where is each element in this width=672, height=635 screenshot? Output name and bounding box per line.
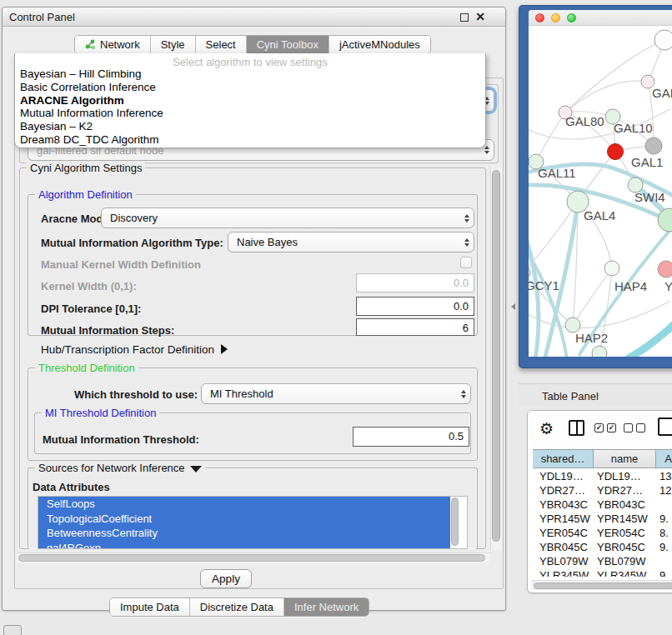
collapsed-panel-button[interactable] [3, 625, 22, 635]
cell-value: 12 [656, 483, 672, 498]
algorithm-option[interactable]: Dream8 DC_TDC Algorithm [15, 133, 485, 147]
node-label-gal80: GAL80 [565, 114, 604, 128]
data-attributes-label: Data Attributes [33, 481, 110, 493]
network-window: GAL7 GAL80 GAL10 GAL1 GAL11 SWI4 GAL4 GC… [529, 10, 672, 357]
combo-stepper-icon [460, 208, 474, 228]
unchecked-checkbox-icon[interactable] [624, 423, 633, 432]
dpi-tolerance-field[interactable]: 0.0 [356, 297, 474, 316]
node-label-gal11: GAL11 [538, 166, 576, 180]
table-row[interactable]: YDL19… YDL19… 13 [533, 469, 672, 483]
which-threshold-combo[interactable]: MI Threshold [201, 383, 471, 404]
table-row[interactable]: YDR27… YDR27… 12 [533, 483, 672, 498]
manual-kernel-checkbox[interactable] [460, 257, 472, 268]
bottom-tab-label: Impute Data [120, 601, 179, 613]
node-label-gal10: GAL10 [614, 121, 653, 135]
node [654, 30, 672, 50]
control-panel-titlebar: Control Panel ✕ [3, 8, 505, 27]
attribute-list-scrollbar[interactable] [451, 498, 459, 546]
algorithm-option[interactable]: Bayesian – Hill Climbing [15, 68, 485, 81]
mi-type-value: Naive Bayes [228, 236, 460, 248]
tab[interactable]: Style [151, 36, 196, 53]
manual-kernel-label: Manual Kernel Width Definition [41, 258, 201, 271]
mi-type-combo[interactable]: Naive Bayes [228, 232, 474, 252]
table-row[interactable]: YER054C YER054C 8. [533, 526, 672, 540]
table-row[interactable]: YBR045C YBR045C 9. [533, 540, 672, 554]
algorithm-option[interactable]: ARACNE Algorithm [15, 94, 485, 108]
algorithm-option-label: Bayesian – K2 [20, 120, 93, 132]
control-panel-window: Control Panel ✕ Network [2, 7, 506, 611]
which-threshold-label: Which threshold to use: [74, 388, 198, 401]
cell-name: YLR345W [594, 568, 656, 577]
checked-checkbox-icon[interactable]: ✓ [607, 423, 616, 432]
network-tab-icon [85, 39, 96, 50]
table-panel-header: Table Panel [519, 383, 672, 407]
apply-button[interactable]: Apply [200, 569, 252, 588]
algorithm-option[interactable]: Mutual Information Inference [15, 107, 485, 120]
gear-icon[interactable]: ⚙ [539, 419, 554, 438]
float-window-icon[interactable] [460, 13, 469, 22]
tab[interactable]: Cyni Toolbox [247, 36, 329, 53]
cell-name: YBR043C [594, 498, 656, 512]
network-canvas[interactable]: GAL7 GAL80 GAL10 GAL1 GAL11 SWI4 GAL4 GC… [529, 26, 672, 357]
mi-threshold-field[interactable]: 0.5 [353, 427, 469, 447]
dropdown-hint: Select algorithm to view settings [15, 53, 485, 68]
table-hscrollbar[interactable] [531, 580, 672, 590]
splitter-collapse-icon[interactable] [511, 303, 515, 310]
bottom-tab[interactable]: Infer Network [284, 598, 369, 616]
data-attribute-item[interactable]: gal4RGexp [38, 541, 450, 550]
cell-value [656, 498, 672, 512]
close-icon[interactable]: ✕ [475, 12, 485, 22]
table-row[interactable]: YBR043C YBR043C [533, 498, 672, 512]
tab[interactable]: jActiveMNodules [329, 36, 430, 53]
kernel-width-field[interactable]: 0.0 [356, 273, 474, 292]
node-label-gcy1: GCY1 [529, 278, 559, 292]
tab[interactable]: Network [75, 36, 151, 53]
table-panel-title: Table Panel [542, 390, 599, 402]
unchecked-checkbox-icon[interactable] [636, 423, 645, 432]
zoom-traffic-icon[interactable] [567, 13, 576, 22]
network-window-titlebar[interactable] [529, 10, 672, 26]
tab-label: jActiveMNodules [339, 38, 420, 51]
sources-group-toggle[interactable]: Sources for Network Inference [35, 462, 205, 474]
table-row[interactable]: YBL079W YBL079W [533, 554, 672, 568]
cell-shared-name: YDR27… [533, 483, 594, 498]
table-panel-card: ⚙ ✓ ✓ shared… name A YDL19… YDL19… 13 YD… [527, 410, 672, 593]
node-label-swi4: SWI4 [634, 190, 665, 204]
algorithm-option[interactable]: Bayesian – K2 [15, 120, 485, 133]
cell-name: YDL19… [594, 469, 656, 483]
columns-icon[interactable] [569, 420, 584, 436]
data-attribute-item[interactable]: TopologicalCoefficient [38, 512, 450, 527]
column-header-shared-name[interactable]: shared… [533, 450, 594, 468]
sources-group-title: Sources for Network Inference [38, 462, 185, 474]
algorithm-option-label: Mutual Information Inference [20, 107, 163, 119]
which-threshold-value: MI Threshold [202, 388, 457, 400]
cell-value: 8. [656, 526, 672, 540]
column-header-name[interactable]: name [594, 450, 656, 468]
data-attribute-item[interactable]: SelfLoops [38, 497, 450, 512]
data-attribute-item[interactable]: BetweennessCentrality [38, 526, 450, 541]
checked-checkbox-icon[interactable]: ✓ [594, 423, 604, 432]
column-header-cut[interactable]: A [656, 450, 672, 468]
hub-definition-toggle[interactable]: Hub/Transcription Factor Definition [41, 343, 228, 356]
table-row[interactable]: YPR145W YPR145W 9. [533, 512, 672, 526]
table-toolbar: ⚙ ✓ ✓ [528, 411, 672, 448]
aracne-mode-combo[interactable]: Discovery [101, 208, 474, 228]
settings-hscrollbar-thumb[interactable] [18, 554, 485, 562]
cell-value: 9. [656, 512, 672, 526]
document-icon[interactable] [658, 418, 672, 436]
algorithm-option[interactable]: Basic Correlation Inference [15, 81, 485, 94]
minimize-traffic-icon[interactable] [551, 13, 560, 22]
node-label-gal4: GAL4 [584, 208, 615, 222]
settings-vscrollbar-thumb[interactable] [492, 170, 500, 542]
settings-group-title: Cyni Algorithm Settings [27, 162, 145, 174]
mi-steps-field[interactable]: 6 [356, 318, 474, 336]
tab[interactable]: Select [196, 36, 247, 53]
close-traffic-icon[interactable] [535, 13, 544, 22]
table-row[interactable]: YLR345W YLR345W 9. [533, 568, 672, 577]
bottom-tab[interactable]: Impute Data [110, 598, 190, 616]
mi-threshold-label: Mutual Information Threshold: [43, 433, 199, 446]
bottom-tab[interactable]: Discretize Data [190, 598, 284, 616]
cell-name: YBR045C [594, 540, 656, 554]
cell-value: 9. [656, 540, 672, 554]
algorithm-dropdown-popup: Select algorithm to view settings Bayesi… [14, 53, 486, 148]
